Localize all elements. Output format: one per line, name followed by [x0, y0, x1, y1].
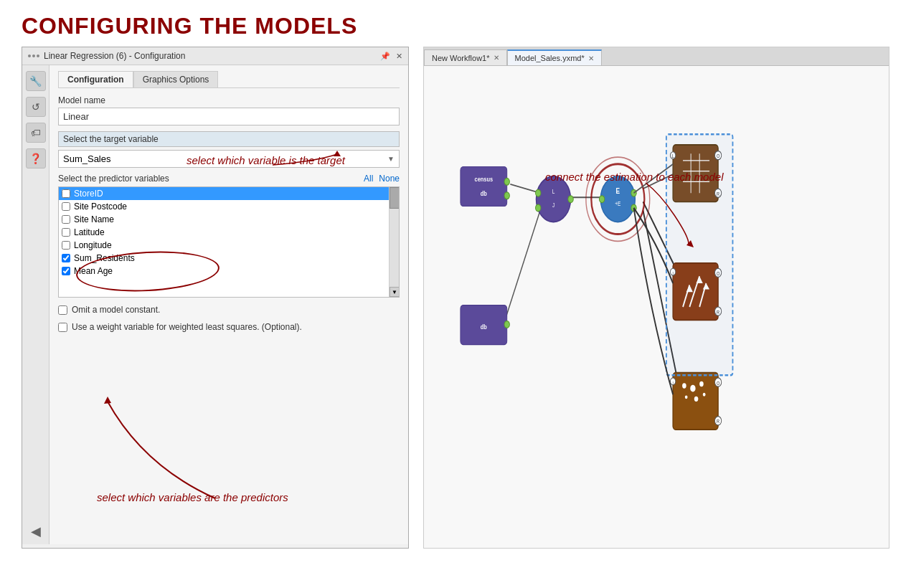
- svg-line-42: [683, 285, 689, 307]
- scrollbar-thumb[interactable]: [390, 187, 400, 209]
- predictor-item[interactable]: Site Postcode: [59, 200, 389, 213]
- svg-point-26: [591, 164, 644, 234]
- svg-text:O: O: [717, 270, 719, 276]
- predictor-checkbox[interactable]: [62, 202, 70, 211]
- canvas-svg: census db L J db E +E: [424, 66, 889, 548]
- all-link[interactable]: All: [364, 174, 373, 184]
- config-content: Configuration Graphics Options Model nam…: [49, 65, 408, 544]
- model-name-row: Model name: [58, 95, 400, 125]
- svg-point-20: [600, 176, 635, 222]
- model-name-input[interactable]: [58, 108, 400, 125]
- tool-icon-1[interactable]: 🔧: [26, 71, 46, 91]
- svg-point-16: [568, 196, 573, 203]
- predictor-checkbox[interactable]: [62, 254, 70, 262]
- tab-model-sales[interactable]: Model_Sales.yxmd* ✕: [507, 49, 602, 65]
- config-body: 🔧 ↺ 🏷 ❓ ◀ Configuration Graphics Options…: [22, 65, 408, 544]
- svg-point-50: [714, 268, 721, 277]
- svg-text:I: I: [672, 270, 673, 275]
- svg-text:R: R: [717, 191, 719, 196]
- predictor-checkbox[interactable]: [62, 189, 70, 198]
- predictor-item[interactable]: Mean Age: [59, 265, 389, 278]
- expand-arrow[interactable]: ◀: [29, 524, 43, 539]
- pin-icon[interactable]: 📌: [380, 52, 390, 61]
- predictor-checkbox[interactable]: [62, 215, 70, 224]
- svg-point-57: [699, 381, 704, 387]
- weight-variable-row: Use a weight variable for weighted least…: [58, 322, 400, 332]
- predictor-item-label: Longitude: [74, 240, 112, 250]
- svg-point-60: [703, 393, 706, 397]
- svg-marker-46: [697, 276, 703, 283]
- svg-rect-67: [666, 134, 733, 375]
- tool-icon-4[interactable]: ❓: [26, 148, 46, 169]
- svg-point-65: [714, 417, 721, 425]
- model-name-label: Model name: [58, 95, 400, 105]
- omit-constant-label: Omit a model constant.: [72, 305, 160, 315]
- scrollbar-track[interactable]: ▲ ▼: [389, 187, 399, 297]
- svg-text:O: O: [717, 153, 719, 159]
- predictor-checkbox[interactable]: [62, 228, 70, 237]
- predictor-item[interactable]: StoreID: [59, 187, 389, 200]
- svg-text:R: R: [717, 309, 719, 315]
- predictor-label: Select the predictor variables: [58, 174, 169, 184]
- predictor-list[interactable]: StoreIDSite PostcodeSite NameLatitudeLon…: [58, 186, 400, 298]
- svg-marker-45: [686, 285, 693, 292]
- predictor-item-label: Site Name: [74, 214, 114, 224]
- predictor-item-label: StoreID: [74, 189, 103, 199]
- predictor-links: All None: [364, 174, 400, 184]
- predictor-item[interactable]: Latitude: [59, 226, 389, 239]
- svg-point-38: [670, 152, 675, 159]
- config-dialog-title: Linear Regression (6) - Configuration: [44, 51, 185, 61]
- config-tabs: Configuration Graphics Options: [58, 71, 400, 88]
- svg-point-24: [631, 189, 636, 196]
- config-dialog: Linear Regression (6) - Configuration 📌 …: [22, 47, 409, 549]
- dot2: [32, 54, 35, 57]
- tab-model-sales-close[interactable]: ✕: [588, 54, 594, 62]
- svg-point-61: [670, 378, 675, 385]
- svg-line-40: [634, 164, 674, 193]
- omit-constant-checkbox[interactable]: [58, 305, 67, 315]
- predictor-checkbox[interactable]: [62, 267, 70, 275]
- svg-line-0: [510, 184, 540, 193]
- tab-configuration[interactable]: Configuration: [58, 71, 133, 87]
- svg-text:R: R: [717, 419, 719, 425]
- scroll-down-btn[interactable]: ▼: [390, 287, 400, 297]
- svg-line-3: [643, 171, 679, 189]
- svg-point-19: [504, 321, 509, 328]
- predictor-checkbox[interactable]: [62, 241, 70, 250]
- svg-point-59: [694, 397, 699, 402]
- target-variable-select[interactable]: Sum_Sales: [59, 151, 399, 167]
- close-icon[interactable]: ✕: [396, 52, 402, 61]
- svg-line-4: [643, 201, 679, 276]
- svg-point-27: [586, 157, 650, 241]
- tool-icon-3[interactable]: 🏷: [26, 123, 46, 143]
- svg-rect-41: [673, 263, 718, 320]
- svg-point-9: [504, 178, 509, 185]
- tab-new-workflow-label: New Workflow1*: [432, 54, 490, 62]
- svg-rect-28: [673, 145, 718, 201]
- svg-text:+E: +E: [615, 201, 620, 208]
- tab-new-workflow-close[interactable]: ✕: [494, 54, 499, 62]
- svg-text:L: L: [552, 188, 555, 195]
- svg-point-36: [714, 189, 721, 197]
- weight-variable-checkbox[interactable]: [58, 323, 67, 332]
- tab-new-workflow[interactable]: New Workflow1* ✕: [424, 49, 507, 65]
- svg-line-44: [699, 283, 706, 307]
- svg-text:L: L: [672, 153, 674, 159]
- target-select-wrapper[interactable]: Sum_Sales ▼: [58, 150, 400, 168]
- tab-graphics-options[interactable]: Graphics Options: [133, 71, 219, 87]
- title-bar-controls[interactable]: 📌 ✕: [380, 52, 402, 61]
- dot3: [37, 54, 39, 57]
- target-variable-label: Select the target variable: [58, 131, 400, 147]
- predictor-item[interactable]: Sum_Residents: [59, 252, 389, 265]
- none-link[interactable]: None: [379, 174, 400, 184]
- predictor-header: Select the predictor variables All None: [58, 174, 400, 184]
- svg-point-52: [714, 307, 721, 316]
- predictor-item[interactable]: Longitude: [59, 239, 389, 252]
- canvas-area: census db L J db E +E: [424, 66, 889, 548]
- page-title: CONFIGURING THE MODELS: [0, 0, 911, 47]
- predictor-item[interactable]: Site Name: [59, 213, 389, 226]
- tool-icon-2[interactable]: ↺: [26, 97, 46, 117]
- svg-point-56: [690, 385, 695, 392]
- weight-variable-label: Use a weight variable for weighted least…: [72, 322, 302, 332]
- svg-rect-54: [673, 373, 718, 430]
